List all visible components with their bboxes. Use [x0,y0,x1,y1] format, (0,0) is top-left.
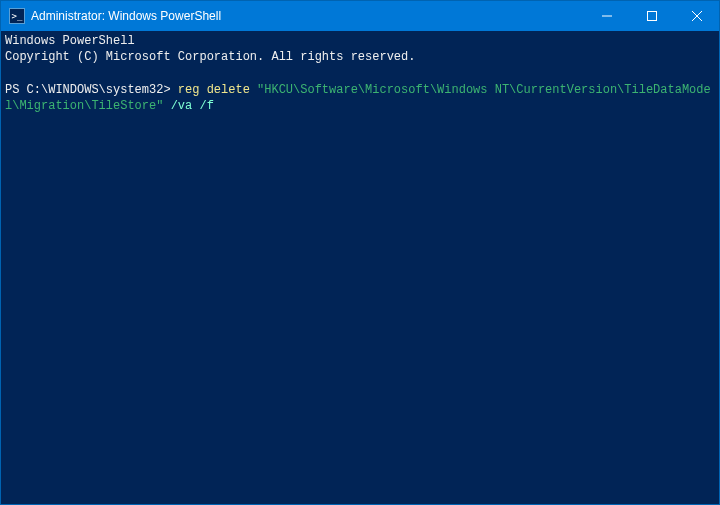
maximize-button[interactable] [629,1,674,31]
svg-rect-1 [647,12,656,21]
window-controls [584,1,719,31]
powershell-window: >_ Administrator: Windows PowerShell Win… [0,0,720,505]
titlebar[interactable]: >_ Administrator: Windows PowerShell [1,1,719,31]
command-keyword: reg delete [178,83,257,97]
powershell-icon: >_ [9,8,25,24]
banner-line: Windows PowerShell [5,33,715,49]
prompt-text: PS C:\WINDOWS\system32> [5,83,178,97]
command-line: PS C:\WINDOWS\system32> reg delete "HKCU… [5,82,715,114]
powershell-icon-glyph: >_ [12,11,23,21]
command-flags: /va /f [163,99,213,113]
close-icon [692,11,702,21]
maximize-icon [647,11,657,21]
minimize-button[interactable] [584,1,629,31]
window-title: Administrator: Windows PowerShell [31,9,584,23]
terminal-area[interactable]: Windows PowerShellCopyright (C) Microsof… [1,31,719,504]
close-button[interactable] [674,1,719,31]
minimize-icon [602,11,612,21]
blank-line [5,65,715,81]
copyright-line: Copyright (C) Microsoft Corporation. All… [5,49,715,65]
